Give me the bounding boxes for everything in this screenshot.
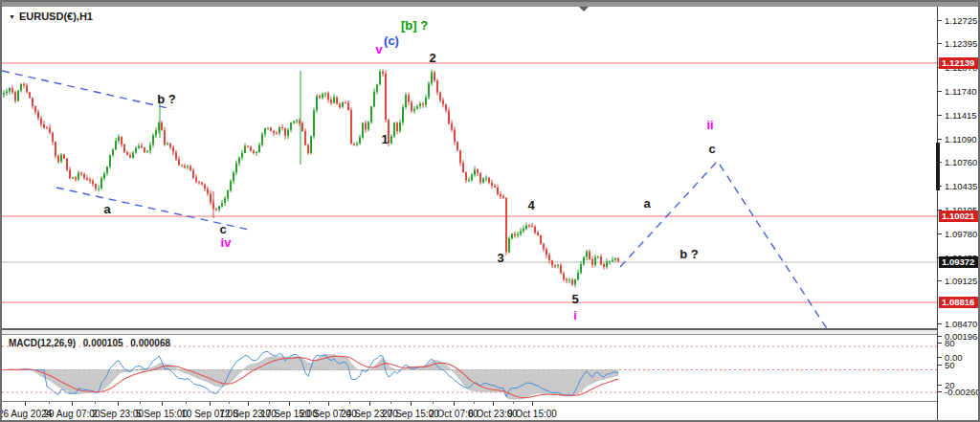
axis-tick — [938, 280, 942, 281]
axis-tick — [938, 391, 942, 392]
time-axis-minor-tick — [433, 402, 434, 404]
price-level-badge: 1.08816 — [939, 297, 980, 308]
symbol-label-text: EURUSD(€),H1 — [19, 11, 93, 22]
price-axis-thumb[interactable] — [936, 143, 940, 190]
axis-tick — [938, 365, 942, 366]
indicator-axis-label: 50 — [945, 360, 955, 370]
axis-tick — [938, 43, 942, 44]
wave-label-3[interactable]: 3 — [497, 251, 503, 265]
price-axis-label: 1.09780 — [945, 229, 977, 239]
axis-tick — [938, 139, 942, 140]
price-axis-label: 1.11740 — [945, 86, 977, 97]
wave-label-iv[interactable]: iv — [221, 235, 232, 250]
indicator-name: MACD(12,26,9) — [9, 338, 76, 348]
indicator-value-1: 0.000105 — [83, 338, 123, 348]
time-axis[interactable]: 26 Aug 202429 Aug 07:002 Sep 23:005 Sep … — [2, 401, 937, 422]
time-axis-minor-tick — [309, 402, 310, 404]
axis-tick — [938, 357, 942, 358]
time-axis-minor-tick — [49, 402, 50, 404]
macd-panel[interactable]: MACD(12,26,9) 0.000105 0.000068 — [2, 335, 937, 401]
time-axis-tick — [248, 402, 249, 406]
price-axis-label: 1.09125 — [945, 276, 977, 286]
axis-tick — [938, 343, 942, 344]
time-axis-tick — [532, 402, 533, 406]
current-price-badge: 1.09372 — [939, 256, 980, 268]
time-axis-tick — [72, 402, 73, 406]
time-axis-tick — [210, 402, 211, 406]
price-axis-label: 1.11415 — [945, 110, 977, 121]
wave-label-a[interactable]: a — [643, 196, 650, 211]
candlestick-chart[interactable] — [2, 2, 937, 328]
symbol-dropdown-icon[interactable]: ▼ — [9, 13, 15, 20]
candlesticks — [3, 69, 619, 287]
axis-tick — [938, 323, 942, 324]
chart-window: ▼ EURUSD(€),H1 [b] ?(c)v21b ?aciv345iab … — [0, 0, 980, 422]
wave-label-c[interactable]: c — [708, 142, 715, 156]
wave-label-c[interactable]: c — [219, 222, 226, 236]
price-axis-label: 1.10760 — [945, 157, 977, 167]
price-chart-area[interactable]: ▼ EURUSD(€),H1 [b] ?(c)v21b ?aciv345iab … — [2, 2, 937, 328]
time-axis-minor-tick — [349, 402, 350, 404]
price-axis-label: 1.12395 — [945, 38, 977, 49]
chart-scrollbar[interactable] — [2, 2, 978, 7]
projection-line-down[interactable] — [720, 165, 828, 328]
time-axis-tick — [411, 402, 412, 406]
wave-label-ii[interactable]: ii — [706, 118, 713, 132]
symbol-timeframe-label[interactable]: ▼ EURUSD(€),H1 — [9, 11, 93, 22]
indicator-axis-label: 80 — [945, 338, 955, 348]
time-axis-tick — [493, 402, 494, 406]
time-axis-tick — [289, 402, 290, 406]
time-axis-minor-tick — [269, 402, 270, 404]
wave-label-a[interactable]: a — [103, 202, 110, 216]
axis-tick — [938, 20, 942, 21]
time-axis-minor-tick — [474, 402, 475, 404]
indicator-axis-label: -0.002607 — [945, 387, 980, 397]
time-axis-minor-tick — [140, 402, 141, 404]
wave-label-v[interactable]: v — [375, 42, 382, 56]
wave-label-1[interactable]: 1 — [381, 132, 388, 146]
time-axis-tick — [162, 402, 163, 406]
time-axis-tick — [328, 402, 329, 406]
panel-splitter[interactable] — [2, 328, 980, 335]
wave-label-2[interactable]: 2 — [429, 51, 435, 65]
axis-tick — [938, 91, 942, 92]
time-axis-minor-tick — [390, 402, 391, 404]
price-axis-label: 1.10435 — [945, 181, 977, 191]
axis-tick — [938, 115, 942, 116]
time-axis-label: 9 Oct 15:00 — [507, 409, 557, 419]
price-axis-label: 1.11090 — [945, 134, 977, 144]
price-axis[interactable]: 1.127251.123951.120701.117401.114151.110… — [937, 2, 980, 422]
axis-tick — [938, 385, 942, 386]
time-axis-minor-tick — [95, 402, 96, 404]
projection-line-up[interactable] — [620, 162, 717, 267]
time-axis-minor-tick — [513, 402, 514, 404]
time-axis-tick — [454, 402, 455, 406]
scroll-position-marker-icon[interactable] — [579, 7, 589, 11]
time-axis-tick — [118, 402, 119, 406]
price-axis-label: 1.12725 — [945, 15, 977, 26]
axis-tick — [938, 336, 942, 337]
indicator-name-label: MACD(12,26,9) 0.000105 0.000068 — [9, 338, 175, 348]
wave-label-b[interactable]: b ? — [679, 247, 699, 261]
axis-tick — [938, 233, 942, 234]
wave-label-(c)[interactable]: (c) — [384, 33, 399, 48]
wave-label-4[interactable]: 4 — [527, 198, 534, 212]
wave-label-b[interactable]: b ? — [157, 92, 176, 106]
price-level-badge: 1.12139 — [939, 57, 980, 69]
price-axis-label: 1.08470 — [945, 319, 977, 329]
price-level-badge: 1.10021 — [939, 211, 980, 222]
time-axis-tick — [25, 402, 26, 406]
time-axis-tick — [369, 402, 370, 406]
time-axis-minor-tick — [186, 402, 187, 404]
time-axis-label: 5 Sep 15:00 — [136, 409, 188, 419]
time-axis-minor-tick — [229, 402, 230, 404]
wave-label-i[interactable]: i — [573, 308, 577, 322]
wave-label-5[interactable]: 5 — [571, 292, 578, 306]
wave-label-[b][interactable]: [b] ? — [401, 18, 428, 33]
indicator-value-2: 0.000068 — [130, 338, 170, 348]
